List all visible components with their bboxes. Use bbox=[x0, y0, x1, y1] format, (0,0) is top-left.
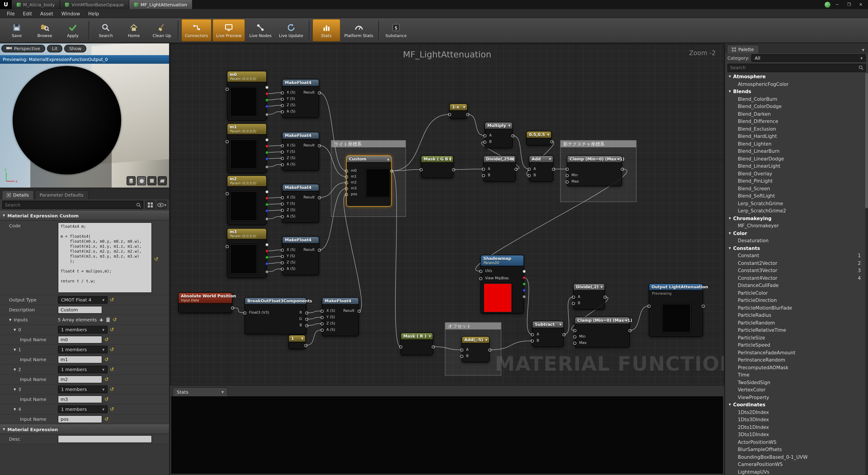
menu-edit[interactable]: Edit bbox=[19, 11, 36, 16]
pin[interactable] bbox=[281, 249, 284, 252]
pin[interactable] bbox=[305, 318, 308, 321]
pin[interactable] bbox=[225, 245, 229, 248]
node-makefloat4-2[interactable]: MakeFloat4X (S)Y (S)Z (S)A (S)Result bbox=[282, 132, 319, 171]
reset-icon[interactable]: ↺ bbox=[110, 347, 114, 352]
node-1-x[interactable]: 1-x▼ bbox=[450, 103, 467, 119]
tab-stats[interactable]: Stats ▼ bbox=[173, 387, 228, 397]
palette-category-color[interactable]: ▼Color bbox=[725, 229, 868, 237]
pin[interactable] bbox=[305, 324, 308, 327]
pin[interactable] bbox=[304, 344, 307, 347]
pin[interactable] bbox=[562, 333, 565, 336]
input-4-members-dropdown[interactable]: 1 members▼ bbox=[58, 405, 107, 413]
pin[interactable] bbox=[266, 250, 269, 253]
graph-canvas[interactable]: MF_LightAttenuation Zoom -2 MATERIAL FUN… bbox=[170, 43, 724, 385]
palette-item-1dto3dindex[interactable]: 1Dto3DIndex bbox=[725, 416, 868, 423]
node-breakoutfloat3components[interactable]: BreakOutFloat3ComponentsFloat3 (V3)RGB bbox=[245, 297, 307, 335]
pin[interactable] bbox=[420, 168, 423, 171]
palette-item-blend-lighten[interactable]: Blend_Lighten bbox=[725, 140, 868, 147]
pin[interactable] bbox=[460, 355, 463, 358]
pin[interactable] bbox=[432, 345, 435, 348]
pin[interactable] bbox=[266, 270, 269, 274]
minimize-button[interactable]: ─ bbox=[832, 1, 842, 8]
pin[interactable] bbox=[565, 180, 569, 184]
cube-mesh-button[interactable] bbox=[147, 176, 156, 185]
pin[interactable] bbox=[266, 92, 269, 95]
pin[interactable] bbox=[266, 190, 269, 193]
input-0-members-dropdown[interactable]: 1 members▼ bbox=[58, 326, 107, 334]
category-dropdown[interactable]: All▼ bbox=[752, 54, 866, 62]
property-matrix-icon[interactable] bbox=[145, 201, 155, 209]
node-m2[interactable]: m2Param (0,0,0,0) bbox=[227, 176, 267, 225]
palette-item-blend-linearburn[interactable]: Blend_LinearBurn bbox=[725, 147, 868, 155]
palette-item-blend-exclusion[interactable]: Blend_Exclusion bbox=[725, 125, 868, 132]
palette-item-perinstancefadeamount[interactable]: PerInstanceFadeAmount bbox=[725, 349, 868, 356]
pin[interactable] bbox=[523, 270, 526, 273]
menu-help[interactable]: Help bbox=[84, 11, 103, 16]
viewport-button-lit[interactable]: Lit bbox=[47, 45, 63, 53]
save-button[interactable]: Save bbox=[3, 20, 30, 41]
pin[interactable] bbox=[281, 255, 284, 258]
input-3-members-dropdown[interactable]: 1 members▼ bbox=[58, 385, 107, 393]
pin[interactable] bbox=[358, 310, 361, 313]
node-subtract[interactable]: Subtract▼AB bbox=[532, 321, 564, 347]
pin[interactable] bbox=[266, 113, 269, 116]
pin[interactable] bbox=[266, 98, 269, 102]
node-makefloat4-5[interactable]: MakeFloat4X (S)Y (S)Z (S)A (S)Result bbox=[322, 297, 359, 336]
pin[interactable] bbox=[466, 113, 469, 116]
status-orb-icon[interactable] bbox=[825, 2, 831, 7]
section-header-custom[interactable]: ▼ Material Expression Custom bbox=[0, 211, 169, 221]
input-1-members-dropdown[interactable]: 1 members▼ bbox=[58, 346, 107, 353]
pin[interactable] bbox=[479, 270, 483, 273]
palette-item-precomputedaomask[interactable]: PrecomputedAOMask bbox=[725, 363, 868, 371]
stats-button[interactable]: Stats bbox=[312, 19, 340, 41]
pin[interactable] bbox=[479, 277, 483, 280]
pin[interactable] bbox=[573, 342, 577, 345]
pin[interactable] bbox=[266, 151, 269, 154]
node-shadowmap[interactable]: ShadowmapParam2DUVsView MipBias bbox=[480, 255, 524, 314]
pin[interactable] bbox=[281, 267, 284, 271]
pin[interactable] bbox=[483, 140, 487, 144]
reset-icon[interactable]: ↺ bbox=[104, 337, 108, 342]
pin[interactable] bbox=[345, 181, 348, 184]
chevron-down-icon[interactable]: ▼ bbox=[221, 390, 224, 394]
reset-icon[interactable]: ↺ bbox=[110, 327, 114, 332]
collapse-icon[interactable]: ▼ bbox=[449, 157, 451, 160]
viewport-button-show[interactable]: Show bbox=[64, 45, 86, 53]
code-field[interactable]: float4x4 m; m = float4x4( float4(m0.x, m… bbox=[58, 222, 152, 293]
palette-category-coordinates[interactable]: ▼Coordinates bbox=[725, 401, 868, 408]
cylinder-mesh-button[interactable] bbox=[127, 176, 135, 185]
view-options-eye-icon[interactable]: ▼ bbox=[157, 201, 167, 209]
pin[interactable] bbox=[320, 310, 324, 313]
pin[interactable] bbox=[281, 91, 284, 94]
pin[interactable] bbox=[225, 88, 229, 91]
collapse-icon[interactable]: ▼ bbox=[625, 319, 627, 322]
pin[interactable] bbox=[565, 168, 569, 171]
collapse-icon[interactable]: ▼ bbox=[508, 124, 510, 127]
pin[interactable] bbox=[488, 348, 491, 352]
reset-icon[interactable]: ↺ bbox=[104, 357, 108, 362]
palette-item-vertexcolor[interactable]: VertexColor bbox=[725, 386, 868, 393]
palette-item-blend-screen[interactable]: Blend_Screen bbox=[725, 185, 868, 192]
pin[interactable] bbox=[243, 311, 246, 315]
pin[interactable] bbox=[320, 316, 324, 319]
pin[interactable] bbox=[515, 168, 518, 171]
node-1[interactable]: 1▼ bbox=[288, 335, 306, 349]
collapse-icon[interactable]: ▼ bbox=[463, 105, 465, 108]
pin[interactable] bbox=[345, 169, 348, 172]
palette-item-1dto2dindex[interactable]: 1Dto2DIndex bbox=[725, 408, 868, 416]
palette-item-lerp-scratchgrime[interactable]: Lerp_ScratchGrime bbox=[725, 199, 868, 207]
pin[interactable] bbox=[266, 86, 269, 89]
pin[interactable] bbox=[281, 196, 284, 199]
palette-item-particledirection[interactable]: ParticleDirection bbox=[725, 296, 868, 304]
palette-item-blend-lineardodge[interactable]: Blend_LinearDodge bbox=[725, 155, 868, 162]
palette-item-blend-overlay[interactable]: Blend_Overlay bbox=[725, 170, 868, 177]
substance-button[interactable]: $Substance bbox=[382, 20, 410, 41]
pin[interactable] bbox=[647, 305, 651, 308]
palette-item-boundingboxbased-0-1-uvw[interactable]: BoundingBoxBased_0-1_UVW bbox=[725, 453, 868, 461]
pin[interactable] bbox=[572, 302, 575, 305]
delete-elements-icon[interactable] bbox=[106, 315, 110, 324]
palette-item-twosidedsign[interactable]: TwoSidedSign bbox=[725, 379, 868, 386]
palette-item-lerp-scratchgrime2[interactable]: Lerp_ScratchGrime2 bbox=[725, 207, 868, 215]
pin[interactable] bbox=[266, 243, 269, 246]
node-m3[interactable]: m3Param (0,0,0,0) bbox=[227, 228, 267, 278]
